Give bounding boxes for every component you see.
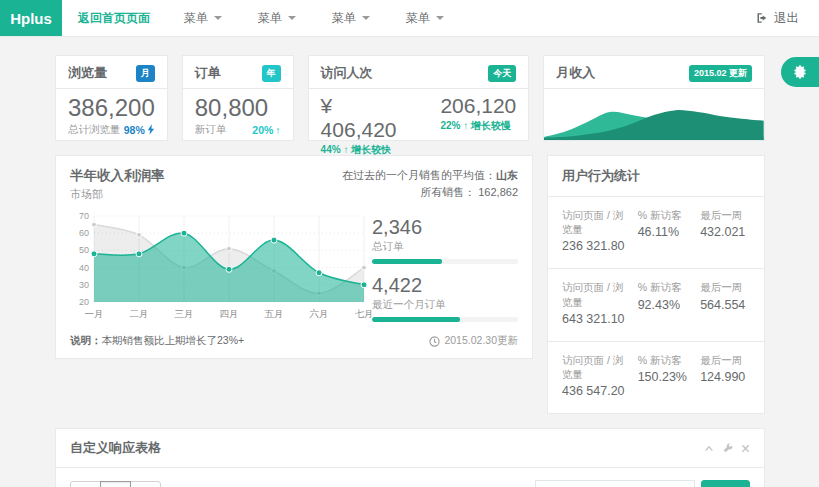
views-percent: 98% [124,124,145,136]
behavior-panel: 用户行为统计 访问页面 / 浏览量236 321.80 % 新访客46.11% … [547,155,765,414]
gear-icon [793,65,807,79]
orders-value: 80,800 [195,94,281,122]
profit-line-chart: 203040506070一月二月三月四月五月六月七月 [70,208,372,324]
svg-text:七月: 七月 [355,308,373,319]
collapse-button[interactable] [704,444,714,453]
behavior-row: 访问页面 / 浏览量236 321.80 % 新访客46.11% 最后一周432… [548,197,764,269]
svg-text:五月: 五月 [265,308,284,319]
clock-icon [429,336,440,347]
card-views-title: 浏览量 [68,64,107,82]
card-orders-title: 订单 [195,64,221,82]
middle-row: 半年收入利润率 市场部 在过去的一个月销售的平均值：山东 所有销售： 162,8… [55,155,765,414]
total-orders-value: 2,346 [372,216,518,239]
range-button-group: 天 周 月 [70,481,161,487]
arrow-up-icon: ↑ [343,144,348,155]
profit-title: 半年收入利润率 [70,167,165,185]
card-orders-badge: 年 [262,65,281,82]
visits-percent-1: 44% [321,144,341,155]
nav-menu-2[interactable]: 菜单 [240,0,314,36]
note-text: 本期销售额比上期增长了23%+ [102,334,245,346]
orders-sublabel: 新订单 [195,123,227,137]
search-input[interactable] [535,480,695,487]
range-day-button[interactable]: 天 [70,481,101,487]
topbar: Hplus 返回首页页面 菜单 菜单 菜单 菜单 退出 [0,0,819,37]
visits-text-1: 增长较快 [351,144,391,155]
month-orders-label: 最近一个月订单 [372,298,518,312]
card-income: 月收入 2015.02 更新 [543,55,765,141]
settings-wrench-button[interactable] [722,443,733,454]
bolt-icon [147,124,155,135]
nav-menu-1[interactable]: 菜单 [166,0,240,36]
nav-home-link[interactable]: 返回首页页面 [62,0,166,36]
behavior-title: 用户行为统计 [562,168,640,183]
table-panel: 自定义响应表格 天 周 月 搜索 [55,428,765,487]
svg-text:20: 20 [79,297,89,307]
arrow-up-icon: ↑ [463,120,468,131]
range-month-button[interactable]: 月 [130,481,161,487]
range-week-button[interactable]: 周 [100,481,131,487]
visits-percent-2: 22% [440,120,460,131]
behavior-row: 访问页面 / 浏览量643 321.10 % 新访客92.43% 最后一周564… [548,269,764,341]
avg-value: 山东 [496,169,518,181]
views-value: 386,200 [68,94,155,122]
chevron-down-icon [214,16,222,20]
svg-text:40: 40 [79,263,89,273]
chevron-down-icon [436,16,444,20]
month-orders-progress [372,317,518,322]
nav-menu-3[interactable]: 菜单 [314,0,388,36]
nav-menu-4[interactable]: 菜单 [388,0,462,36]
income-area-chart [544,89,764,140]
svg-text:三月: 三月 [175,308,194,319]
profit-panel: 半年收入利润率 市场部 在过去的一个月销售的平均值：山东 所有销售： 162,8… [55,155,533,359]
orders-percent: 20% [252,124,273,136]
note-label: 说明： [70,334,102,346]
table-title: 自定义响应表格 [70,439,161,457]
svg-text:一月: 一月 [85,308,104,319]
card-views-badge: 月 [136,65,155,82]
svg-text:四月: 四月 [220,308,239,319]
card-visits-badge: 今天 [488,65,516,82]
svg-text:二月: 二月 [130,308,149,319]
profit-subtitle: 市场部 [70,187,165,202]
brand-logo[interactable]: Hplus [0,0,62,36]
svg-text:六月: 六月 [310,308,329,319]
chevron-down-icon [288,16,296,20]
card-visits: 访问人次 今天 ¥ 406,420 44% ↑ 增长较快 206,120 [308,55,530,141]
close-button[interactable] [741,444,750,453]
visits-value-2: 206,120 [440,94,516,118]
avg-label: 在过去的一个月销售的平均值： [342,169,496,181]
visits-text-2: 增长较慢 [471,120,511,131]
theme-settings-button[interactable] [781,57,819,87]
views-sublabel: 总计浏览量 [68,123,121,137]
svg-text:50: 50 [79,245,89,255]
card-income-badge: 2015.02 更新 [689,65,752,82]
behavior-row: 访问页面 / 浏览量436 547.20 % 新访客150.23% 最后一周12… [548,342,764,413]
sales-value: 162,862 [478,186,518,198]
svg-text:30: 30 [79,280,89,290]
card-visits-title: 访问人次 [321,64,373,82]
logout-button[interactable]: 退出 [736,0,819,36]
search-button[interactable]: 搜索 [701,480,750,487]
sales-label: 所有销售： [420,186,475,198]
total-orders-progress [372,259,518,264]
card-income-title: 月收入 [556,64,595,82]
month-orders-stat: 4,422 最近一个月订单 [372,274,518,322]
level-up-icon: ↑ [275,124,280,136]
chevron-down-icon [362,16,370,20]
total-orders-stat: 2,346 总订单 [372,216,518,264]
updated-text: 2015.02.30更新 [444,334,518,348]
sign-out-icon [756,12,768,24]
top-nav: 返回首页页面 菜单 菜单 菜单 菜单 [62,0,462,36]
svg-text:70: 70 [79,211,89,221]
card-views: 浏览量 月 386,200 总计浏览量 98% [55,55,168,141]
page-content: 浏览量 月 386,200 总计浏览量 98% 订单 年 80, [0,37,819,487]
month-orders-value: 4,422 [372,274,518,297]
svg-text:60: 60 [79,228,89,238]
stat-cards-row: 浏览量 月 386,200 总计浏览量 98% 订单 年 80, [55,55,765,141]
card-orders: 订单 年 80,800 新订单 20% ↑ [182,55,294,141]
visits-value-1: ¥ 406,420 [321,94,413,142]
total-orders-label: 总订单 [372,240,518,254]
